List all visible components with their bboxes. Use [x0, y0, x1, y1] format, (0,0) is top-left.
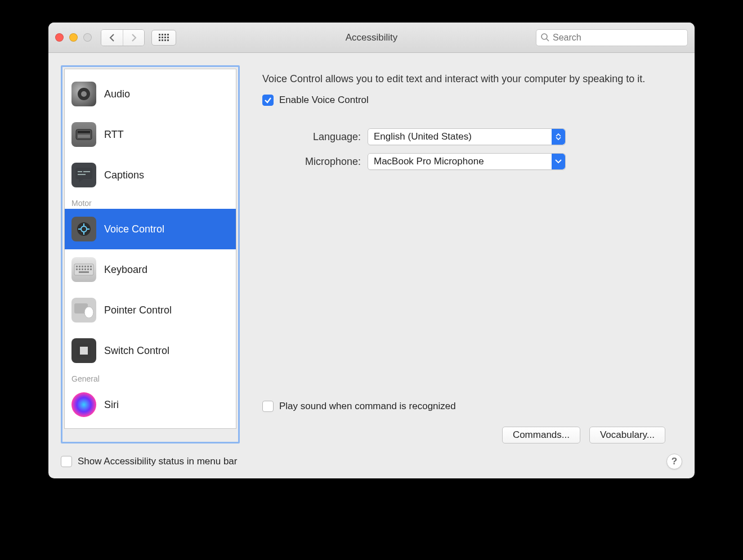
svg-rect-22 — [78, 174, 86, 175]
play-sound-row: Play sound when command is recognized — [262, 401, 665, 412]
svg-rect-0 — [159, 34, 160, 35]
sidebar-item-voice-control[interactable]: Voice Control — [65, 209, 236, 249]
sidebar-group-general: General — [65, 371, 236, 384]
stepper-arrows-icon — [552, 129, 565, 145]
svg-rect-35 — [84, 268, 86, 270]
svg-point-12 — [541, 34, 547, 39]
svg-rect-5 — [162, 37, 163, 38]
svg-rect-21 — [83, 171, 90, 172]
svg-rect-17 — [78, 131, 90, 133]
play-sound-label: Play sound when command is recognized — [279, 401, 456, 412]
language-value: English (United States) — [374, 131, 472, 142]
language-label: Language: — [262, 131, 361, 143]
svg-point-40 — [84, 307, 93, 318]
microphone-select[interactable]: MacBook Pro Microphone — [368, 153, 566, 170]
svg-rect-27 — [79, 266, 80, 267]
search-input[interactable] — [553, 33, 683, 43]
svg-rect-1 — [162, 34, 163, 35]
svg-rect-26 — [76, 266, 78, 267]
window-body: Audio RTT Captions Motor — [48, 53, 695, 478]
sidebar-item-label: Pointer Control — [104, 304, 172, 316]
svg-rect-33 — [79, 268, 80, 270]
svg-rect-11 — [167, 39, 169, 41]
sidebar[interactable]: Audio RTT Captions Motor — [64, 69, 236, 429]
svg-rect-34 — [82, 268, 83, 270]
svg-point-15 — [81, 91, 87, 97]
sidebar-item-pointer-control[interactable]: Pointer Control — [65, 290, 236, 330]
svg-rect-8 — [159, 39, 160, 41]
sidebar-item-label: Switch Control — [104, 345, 169, 357]
show-all-button[interactable] — [151, 30, 176, 46]
back-button[interactable] — [101, 30, 123, 46]
vocabulary-button[interactable]: Vocabulary... — [589, 427, 665, 443]
sidebar-item-label: RTT — [104, 129, 124, 141]
titlebar: Accessibility — [48, 23, 695, 53]
sidebar-item-keyboard[interactable]: Keyboard — [65, 249, 236, 290]
svg-rect-2 — [164, 34, 166, 35]
svg-rect-3 — [167, 34, 169, 35]
switch-control-icon — [71, 338, 96, 363]
sidebar-item-label: Captions — [104, 169, 144, 181]
svg-rect-30 — [87, 266, 89, 267]
sidebar-item-switch-control[interactable]: Switch Control — [65, 330, 236, 371]
sidebar-item-audio[interactable]: Audio — [65, 74, 236, 114]
description-text: Voice Control allows you to edit text an… — [262, 72, 665, 86]
search-field[interactable] — [536, 29, 688, 46]
sidebar-item-siri[interactable]: Siri — [65, 384, 236, 425]
captions-icon — [71, 163, 96, 187]
close-window-button[interactable] — [55, 33, 64, 42]
sidebar-item-label: Audio — [104, 88, 130, 100]
sidebar-item-label: Voice Control — [104, 223, 164, 235]
grid-icon — [159, 34, 169, 42]
content-pane: Voice Control allows you to edit text an… — [240, 65, 682, 443]
svg-rect-42 — [80, 347, 88, 355]
svg-rect-9 — [162, 39, 163, 41]
svg-rect-38 — [79, 271, 89, 273]
language-select[interactable]: English (United States) — [368, 128, 566, 145]
svg-rect-19 — [75, 168, 92, 179]
sidebar-item-label: Siri — [104, 399, 119, 411]
svg-rect-6 — [164, 37, 166, 38]
play-sound-checkbox[interactable] — [262, 401, 274, 412]
keyboard-icon — [71, 257, 96, 282]
zoom-window-button — [83, 33, 92, 42]
search-icon — [541, 33, 549, 42]
svg-rect-7 — [167, 37, 169, 38]
forward-button — [123, 30, 144, 46]
chevron-down-icon — [552, 154, 565, 169]
nav-segment — [101, 29, 145, 46]
enable-voice-control-checkbox[interactable] — [262, 95, 274, 106]
svg-rect-4 — [159, 37, 160, 38]
window-controls — [55, 33, 92, 42]
sidebar-item-rtt[interactable]: RTT — [65, 114, 236, 155]
enable-voice-control-row: Enable Voice Control — [262, 95, 665, 106]
svg-rect-28 — [82, 266, 83, 267]
svg-line-13 — [547, 39, 549, 41]
sidebar-group-motor: Motor — [65, 195, 236, 209]
svg-rect-36 — [87, 268, 89, 270]
svg-rect-37 — [90, 268, 92, 270]
commands-button[interactable]: Commands... — [502, 427, 580, 443]
microphone-value: MacBook Pro Microphone — [374, 156, 484, 167]
sidebar-item-label: Keyboard — [104, 264, 147, 276]
audio-icon — [71, 82, 96, 106]
sidebar-focus-ring: Audio RTT Captions Motor — [61, 65, 240, 443]
minimize-window-button[interactable] — [69, 33, 78, 42]
svg-rect-29 — [84, 266, 86, 267]
help-button[interactable]: ? — [666, 454, 682, 469]
voice-control-icon — [71, 217, 96, 241]
show-status-checkbox[interactable] — [61, 456, 72, 467]
svg-rect-18 — [78, 135, 90, 138]
checkmark-icon — [264, 96, 272, 104]
siri-icon — [71, 392, 96, 417]
svg-rect-10 — [164, 39, 166, 41]
microphone-label: Microphone: — [262, 156, 361, 168]
sidebar-item-captions[interactable]: Captions — [65, 155, 236, 195]
preferences-window: Accessibility Audio — [48, 23, 695, 478]
svg-rect-20 — [78, 171, 82, 172]
pointer-control-icon — [71, 298, 96, 322]
svg-rect-32 — [76, 268, 78, 270]
svg-rect-31 — [90, 266, 92, 267]
enable-voice-control-label: Enable Voice Control — [279, 95, 369, 106]
rtt-icon — [71, 122, 96, 147]
